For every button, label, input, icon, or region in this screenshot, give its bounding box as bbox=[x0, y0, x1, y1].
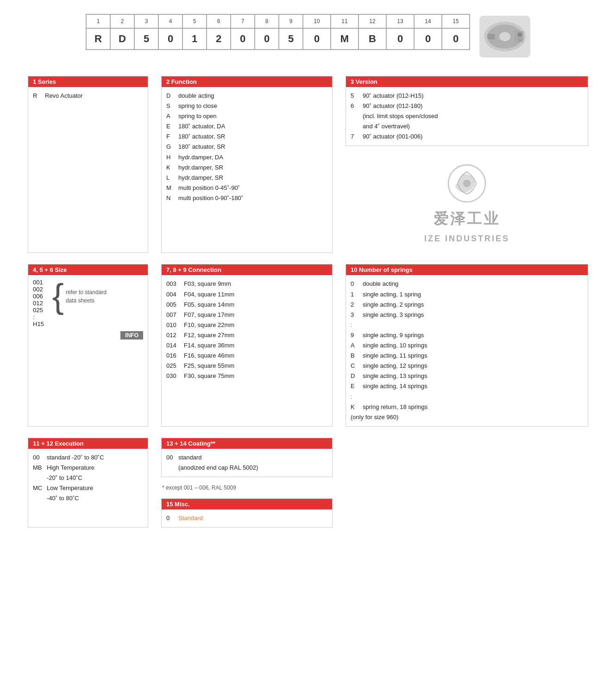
list-item: 012F12, square 27mm bbox=[166, 330, 327, 340]
coating-footnote: * except 001 – 006, RAL 5009 bbox=[161, 484, 333, 491]
list-item: 005F05, square 14mm bbox=[166, 300, 327, 310]
item-key: MB bbox=[33, 463, 43, 473]
list-item: 2single acting, 2 springs bbox=[351, 300, 583, 310]
item-key: 014 bbox=[166, 340, 180, 351]
list-item: Aspring to open bbox=[166, 111, 327, 121]
item-key: 030 bbox=[166, 371, 180, 381]
list-item: 010F10, square 22mm bbox=[166, 320, 327, 330]
item-key: 0 bbox=[351, 279, 359, 289]
code-header-cell: 3 bbox=[134, 14, 158, 28]
code-value-cell: D bbox=[110, 28, 134, 50]
item-desc: double acting bbox=[178, 91, 214, 101]
item-key bbox=[33, 493, 43, 503]
code-value-cell: 0 bbox=[386, 28, 414, 50]
list-item: 016F16, square 46mm bbox=[166, 351, 327, 361]
list-item: 00standard -20˚ to 80˚C bbox=[33, 453, 143, 463]
list-item: 0double acting bbox=[351, 279, 583, 289]
item-desc: F05, square 14mm bbox=[184, 300, 234, 310]
code-header-cell: 9 bbox=[279, 14, 303, 28]
item-desc: and 4˚ overtravel) bbox=[363, 121, 410, 132]
section-execution: 11 + 12 Execution 00standard -20˚ to 80˚… bbox=[28, 438, 148, 528]
section-springs-header: 10 Number of springs bbox=[346, 264, 588, 275]
item-desc: Revo Actuator bbox=[45, 91, 83, 101]
section-springs-body: 0double acting1single acting, 1 spring2s… bbox=[346, 275, 588, 426]
section-coating-header: 13 + 14 Coating** bbox=[162, 438, 332, 449]
item-desc: single acting, 11 springs bbox=[363, 351, 427, 361]
section-size: 4, 5 + 6 Size 001002006012025:H15{refer … bbox=[28, 264, 148, 426]
list-item: Khydr.damper, SR bbox=[166, 163, 327, 173]
section-misc: 15 Misc. 0Standard bbox=[161, 498, 333, 528]
code-header-cell: 10 bbox=[303, 14, 331, 28]
section-coating-body: 00standard(anodized end cap RAL 5002) bbox=[162, 449, 332, 477]
list-item: 1single acting, 1 spring bbox=[351, 289, 583, 300]
list-item: 3single acting, 3 springs bbox=[351, 310, 583, 320]
item-desc: 90˚ actuator (012-180) bbox=[363, 101, 422, 111]
code-value-cell: 0 bbox=[442, 28, 470, 50]
logo-icon bbox=[446, 163, 488, 204]
item-desc: -20˚ to 140˚C bbox=[47, 473, 82, 483]
item-desc: single acting, 14 springs bbox=[363, 381, 427, 391]
item-key: 2 bbox=[351, 300, 359, 310]
item-desc: F25, square 55mm bbox=[184, 361, 234, 371]
item-key: 016 bbox=[166, 351, 180, 361]
item-key: E bbox=[351, 381, 359, 391]
item-key: D bbox=[351, 371, 359, 381]
list-item: 790˚ actuator (001-006) bbox=[351, 132, 583, 142]
item-desc: single acting, 1 spring bbox=[363, 289, 421, 300]
item-key: A bbox=[351, 340, 359, 351]
item-desc: (anodized end cap RAL 5002) bbox=[178, 463, 258, 473]
code-header-cell: 5 bbox=[182, 14, 207, 28]
list-item: G180˚ actuator, SR bbox=[166, 142, 327, 152]
section-misc-header: 15 Misc. bbox=[162, 499, 332, 509]
code-value-row: RD50120050MB000 bbox=[86, 28, 470, 50]
row3-empty bbox=[346, 438, 588, 528]
list-item: Bsingle acting, 11 springs bbox=[351, 351, 583, 361]
item-desc: F10, square 22mm bbox=[184, 320, 234, 330]
item-desc: 180˚ actuator, SR bbox=[178, 132, 225, 142]
section-version-header: 3 Version bbox=[346, 76, 588, 87]
item-key: 005 bbox=[166, 300, 180, 310]
item-desc: hydr.damper, SR bbox=[178, 173, 223, 183]
item-desc: single acting, 3 springs bbox=[363, 310, 424, 320]
row1: 1 Series RRevo Actuator 2 Function Ddoub… bbox=[28, 76, 588, 253]
item-key: 00 bbox=[33, 453, 43, 463]
item-key: 1 bbox=[351, 289, 359, 300]
list-item: 025F25, square 55mm bbox=[166, 361, 327, 371]
list-item: 0Standard bbox=[166, 513, 327, 523]
list-item: Hhydr.damper, DA bbox=[166, 152, 327, 163]
section-execution-header: 11 + 12 Execution bbox=[28, 438, 148, 449]
code-header-cell: 1 bbox=[86, 14, 110, 28]
list-item: Dsingle acting, 13 springs bbox=[351, 371, 583, 381]
item-key: 025 bbox=[166, 361, 180, 371]
list-item: 014F14, square 36mm bbox=[166, 340, 327, 351]
code-value-cell: 2 bbox=[207, 28, 231, 50]
item-key bbox=[351, 111, 359, 121]
section-function: 2 Function Ddouble actingSspring to clos… bbox=[161, 76, 333, 253]
list-item: Lhydr.damper, SR bbox=[166, 173, 327, 183]
item-desc: double acting bbox=[363, 279, 398, 289]
item-key: H bbox=[166, 152, 175, 163]
item-desc: single acting, 13 springs bbox=[363, 371, 427, 381]
item-key: K bbox=[351, 402, 359, 412]
item-desc: single acting, 2 springs bbox=[363, 300, 424, 310]
code-header-cell: 11 bbox=[331, 14, 358, 28]
list-item: : bbox=[33, 314, 44, 321]
svg-rect-5 bbox=[487, 34, 495, 39]
list-item: (incl. limit stops open/closed bbox=[351, 111, 583, 121]
code-value-cell: 0 bbox=[303, 28, 331, 50]
item-key: N bbox=[166, 193, 175, 203]
list-item: MBHigh Temperature bbox=[33, 463, 143, 473]
info-button[interactable]: INFO bbox=[120, 331, 143, 340]
item-key: 007 bbox=[166, 310, 180, 320]
code-header-cell: 7 bbox=[231, 14, 255, 28]
list-item: Ddouble acting bbox=[166, 91, 327, 101]
size-codes-col: 001002006012025:H15 bbox=[33, 279, 44, 327]
item-key: R bbox=[33, 91, 41, 101]
item-key: C bbox=[351, 361, 359, 371]
item-desc: standard -20˚ to 80˚C bbox=[47, 453, 104, 463]
item-key bbox=[351, 121, 359, 132]
list-item: 003F03, square 9mm bbox=[166, 279, 327, 289]
item-desc: hydr.damper, DA bbox=[178, 152, 223, 163]
list-item: Asingle acting, 10 springs bbox=[351, 340, 583, 351]
list-item: MCLow Temperature bbox=[33, 483, 143, 493]
